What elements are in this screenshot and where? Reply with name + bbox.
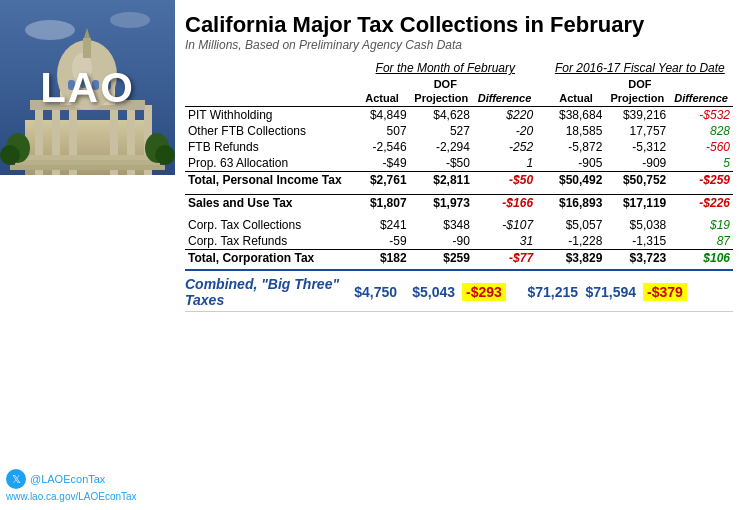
table-row: Total, Personal Income Tax $2,761 $2,811…	[185, 172, 733, 189]
row-fy-diff: 5	[669, 155, 733, 172]
row-fy-diff: -$226	[669, 194, 733, 211]
row-m-proj: -2,294	[410, 139, 473, 155]
row-fy-diff: $19	[669, 217, 733, 233]
svg-point-2	[110, 12, 150, 28]
row-m-actual: $4,849	[355, 107, 410, 124]
svg-rect-21	[15, 160, 160, 165]
row-m-proj: $2,811	[410, 172, 473, 189]
combined-fy-diff: -$379	[643, 283, 687, 301]
row-label: PIT Withholding	[185, 107, 355, 124]
col-month-diff: Difference	[473, 91, 536, 107]
fy-dof-label: DOF	[547, 77, 733, 91]
row-fy-actual: -1,228	[547, 233, 606, 250]
svg-rect-22	[10, 165, 165, 170]
col-month-proj: Projection	[410, 91, 473, 107]
main-container: LAO 𝕏 @LAOEconTax www.lao.ca.gov/LAOEcon…	[0, 0, 749, 510]
row-m-actual: -59	[355, 233, 410, 250]
row-m-actual: $241	[355, 217, 410, 233]
row-fy-actual: $50,492	[547, 172, 606, 189]
row-label: Prop. 63 Allocation	[185, 155, 355, 172]
row-m-diff: -$50	[473, 172, 536, 189]
row-fy-proj: -1,315	[605, 233, 669, 250]
row-m-diff: 31	[473, 233, 536, 250]
combined-m-diff-cell: -$293	[455, 284, 513, 300]
row-fy-actual: $5,057	[547, 217, 606, 233]
page-subtitle: In Millions, Based on Preliminary Agency…	[185, 38, 733, 52]
combined-m-proj: $5,043	[397, 284, 455, 300]
row-label: Total, Personal Income Tax	[185, 172, 355, 189]
row-fy-actual: $3,829	[547, 249, 606, 266]
row-m-actual: -$49	[355, 155, 410, 172]
row-m-diff: -$166	[473, 194, 536, 211]
svg-point-25	[0, 145, 20, 165]
row-fy-diff: -560	[669, 139, 733, 155]
row-label: Corp. Tax Collections	[185, 217, 355, 233]
svg-rect-20	[20, 155, 155, 160]
row-m-diff: -252	[473, 139, 536, 155]
row-fy-diff: -$259	[669, 172, 733, 189]
row-m-proj: $259	[410, 249, 473, 266]
table-row: Other FTB Collections 507 527 -20 18,585…	[185, 123, 733, 139]
svg-point-1	[25, 20, 75, 40]
page-title: California Major Tax Collections in Febr…	[185, 12, 733, 38]
logo-text: LAO	[40, 64, 135, 112]
row-m-diff: $220	[473, 107, 536, 124]
row-m-diff: 1	[473, 155, 536, 172]
row-m-proj: $1,973	[410, 194, 473, 211]
combined-row: Combined, "Big Three" Taxes $4,750 $5,04…	[185, 269, 733, 312]
month-dof-label: DOF	[355, 77, 537, 91]
row-fy-diff: -$532	[669, 107, 733, 124]
row-fy-proj: $17,119	[605, 194, 669, 211]
row-m-proj: 527	[410, 123, 473, 139]
row-m-proj: -$50	[410, 155, 473, 172]
table-row: Sales and Use Tax $1,807 $1,973 -$166 $1…	[185, 194, 733, 211]
table-row: PIT Withholding $4,849 $4,628 $220 $38,6…	[185, 107, 733, 124]
combined-fy-proj: $71,594	[578, 284, 636, 300]
combined-m-diff: -$293	[462, 283, 506, 301]
fy-section-header: For 2016-17 Fiscal Year to Date	[547, 60, 733, 77]
twitter-icon: 𝕏	[6, 469, 26, 489]
row-fy-proj: $39,216	[605, 107, 669, 124]
month-section-header: For the Month of February	[355, 60, 537, 77]
row-label: Sales and Use Tax	[185, 194, 355, 211]
row-fy-diff: 828	[669, 123, 733, 139]
tax-table: For the Month of February For 2016-17 Fi…	[185, 60, 733, 266]
row-fy-actual: -5,872	[547, 139, 606, 155]
left-panel: LAO 𝕏 @LAOEconTax www.lao.ca.gov/LAOEcon…	[0, 0, 175, 510]
col-fy-diff: Difference	[669, 91, 733, 107]
row-m-actual: $1,807	[355, 194, 410, 211]
row-fy-diff: $106	[669, 249, 733, 266]
row-m-proj: -90	[410, 233, 473, 250]
right-panel: California Major Tax Collections in Febr…	[175, 0, 749, 510]
row-m-proj: $4,628	[410, 107, 473, 124]
row-m-actual: $182	[355, 249, 410, 266]
row-fy-proj: $3,723	[605, 249, 669, 266]
twitter-row: 𝕏 @LAOEconTax	[6, 465, 169, 489]
row-m-diff: -$77	[473, 249, 536, 266]
combined-fy-diff-cell: -$379	[636, 284, 694, 300]
row-fy-proj: $50,752	[605, 172, 669, 189]
col-month-actual: Actual	[355, 91, 410, 107]
twitter-handle: @LAOEconTax	[30, 473, 105, 485]
row-label: Corp. Tax Refunds	[185, 233, 355, 250]
table-row: Corp. Tax Collections $241 $348 -$107 $5…	[185, 217, 733, 233]
row-m-diff: -$107	[473, 217, 536, 233]
logo-area: LAO	[0, 0, 175, 175]
left-bottom: 𝕏 @LAOEconTax www.lao.ca.gov/LAOEconTax	[0, 175, 175, 510]
row-fy-actual: -905	[547, 155, 606, 172]
row-fy-proj: -909	[605, 155, 669, 172]
row-fy-proj: 17,757	[605, 123, 669, 139]
table-row: Total, Corporation Tax $182 $259 -$77 $3…	[185, 249, 733, 266]
row-fy-actual: $38,684	[547, 107, 606, 124]
table-row: FTB Refunds -2,546 -2,294 -252 -5,872 -5…	[185, 139, 733, 155]
row-fy-proj: $5,038	[605, 217, 669, 233]
row-m-actual: $2,761	[355, 172, 410, 189]
row-fy-actual: 18,585	[547, 123, 606, 139]
row-m-diff: -20	[473, 123, 536, 139]
row-m-actual: 507	[355, 123, 410, 139]
table-row: Corp. Tax Refunds -59 -90 31 -1,228 -1,3…	[185, 233, 733, 250]
table-row: Prop. 63 Allocation -$49 -$50 1 -905 -90…	[185, 155, 733, 172]
row-label: Total, Corporation Tax	[185, 249, 355, 266]
combined-m-actual: $4,750	[345, 284, 397, 300]
combined-fy-actual: $71,215	[523, 284, 578, 300]
